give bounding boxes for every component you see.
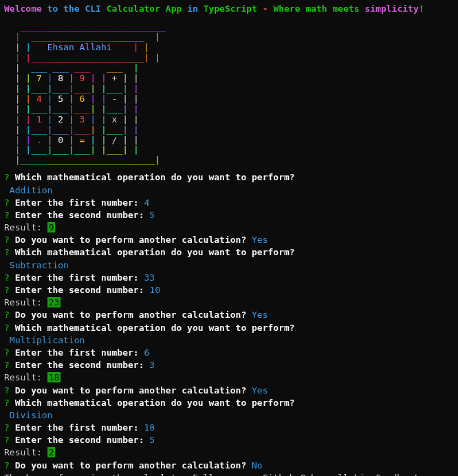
banner-word: Calculator bbox=[107, 3, 160, 14]
answer-no: No bbox=[252, 460, 263, 470]
op-plus: + bbox=[112, 73, 118, 83]
result-value: 18 bbox=[47, 372, 61, 382]
question-mark-icon: ? bbox=[4, 435, 10, 445]
input-value: 10 bbox=[149, 285, 160, 295]
result-value: 9 bbox=[47, 222, 56, 232]
prompt-line: ? Enter the first number: 4 bbox=[4, 197, 454, 209]
op-div: / bbox=[112, 135, 118, 145]
prompt-second: Enter the second number: bbox=[15, 210, 144, 220]
answer-yes: Yes bbox=[252, 385, 268, 396]
prompt-line: ? Enter the first number: 10 bbox=[4, 422, 454, 434]
answer-yes: Yes bbox=[252, 310, 268, 320]
prompt-operation: Which mathematical operation do you want… bbox=[15, 172, 295, 182]
input-value: 3 bbox=[149, 360, 155, 370]
key-3: 3 bbox=[80, 114, 85, 125]
banner-word: Welcome bbox=[4, 3, 42, 14]
question-mark-icon: ? bbox=[4, 385, 10, 396]
ascii-row: | | . | 0 | = | | / | | bbox=[4, 136, 454, 146]
banner-word: simplicity! bbox=[364, 3, 424, 14]
ascii-row: | ___ ___ ___ ___ | bbox=[4, 63, 454, 74]
question-mark-icon: ? bbox=[4, 347, 10, 358]
op-times: x bbox=[112, 114, 118, 125]
banner-word: Where bbox=[273, 3, 300, 14]
prompt-operation: Which mathematical operation do you want… bbox=[15, 323, 295, 333]
question-mark-icon: ? bbox=[4, 285, 10, 295]
key-0: 0 bbox=[58, 135, 63, 145]
input-value: 5 bbox=[149, 210, 155, 220]
prompt-second: Enter the second number: bbox=[15, 435, 144, 445]
question-mark-icon: ? bbox=[4, 422, 10, 433]
question-mark-icon: ? bbox=[4, 197, 10, 208]
result-line: Result: 2 bbox=[4, 446, 454, 459]
cli-session: ? Which mathematical operation do you wa… bbox=[4, 171, 454, 476]
goodbye-message: Thank you for using the calculator.Follo… bbox=[4, 472, 454, 476]
key-5: 5 bbox=[58, 94, 63, 104]
prompt-another: Do you want to perform another calculati… bbox=[15, 235, 247, 245]
key-6: 6 bbox=[80, 94, 85, 104]
question-mark-icon: ? bbox=[4, 360, 10, 370]
selected-operation: Subtraction bbox=[4, 259, 454, 272]
answer-yes: Yes bbox=[252, 235, 268, 245]
ascii-row: | | 1 | 2 | 3 | | x | | bbox=[4, 115, 454, 125]
input-value: 5 bbox=[149, 435, 155, 445]
prompt-line: ? Do you want to perform another calcula… bbox=[4, 234, 454, 246]
result-value: 2 bbox=[47, 447, 56, 457]
prompt-another: Do you want to perform another calculati… bbox=[15, 385, 247, 396]
prompt-line: ? Which mathematical operation do you wa… bbox=[4, 246, 454, 259]
prompt-line: ? Enter the second number: 5 bbox=[4, 209, 454, 221]
prompt-line: ? Enter the second number: 10 bbox=[4, 284, 454, 296]
banner-word: TypeScript bbox=[204, 3, 257, 14]
banner-word: meets bbox=[333, 3, 360, 14]
key-2: 2 bbox=[58, 114, 63, 125]
key-eq: = bbox=[80, 135, 85, 145]
prompt-line: ? Do you want to perform another calcula… bbox=[4, 459, 454, 472]
question-mark-icon: ? bbox=[4, 460, 10, 470]
prompt-line: ? Which mathematical operation do you wa… bbox=[4, 171, 454, 184]
key-1: 1 bbox=[36, 114, 42, 125]
ascii-row: | |___|___|___| |___| | bbox=[4, 125, 454, 136]
prompt-line: ? Which mathematical operation do you wa… bbox=[4, 397, 454, 409]
ascii-row: | | 7 | 8 | 9 | | + | | bbox=[4, 74, 454, 84]
prompt-second: Enter the second number: bbox=[15, 285, 144, 295]
banner-word: to bbox=[47, 3, 58, 14]
selected-operation: Multiplication bbox=[4, 334, 454, 347]
prompt-line: ? Enter the second number: 5 bbox=[4, 434, 454, 446]
question-mark-icon: ? bbox=[4, 323, 10, 333]
input-value: 33 bbox=[144, 272, 155, 283]
prompt-first: Enter the first number: bbox=[15, 422, 139, 433]
question-mark-icon: ? bbox=[4, 235, 10, 245]
prompt-line: ? Enter the second number: 3 bbox=[4, 359, 454, 371]
prompt-line: ? Do you want to perform another calcula… bbox=[4, 309, 454, 321]
input-value: 10 bbox=[144, 422, 155, 433]
ascii-author: Ehsan Allahi bbox=[47, 42, 112, 52]
ascii-row: | |_____________________| | bbox=[4, 53, 454, 63]
key-8: 8 bbox=[58, 73, 63, 83]
ascii-row: |_________________________| bbox=[4, 155, 454, 166]
prompt-another: Do you want to perform another calculati… bbox=[15, 460, 247, 470]
prompt-another: Do you want to perform another calculati… bbox=[15, 310, 247, 320]
input-value: 4 bbox=[144, 197, 150, 208]
input-value: 6 bbox=[144, 347, 150, 358]
key-9: 9 bbox=[80, 73, 85, 83]
selected-operation: Division bbox=[4, 409, 454, 422]
prompt-line: ? Enter the first number: 6 bbox=[4, 347, 454, 359]
banner-word: CLI bbox=[85, 3, 100, 14]
prompt-first: Enter the first number: bbox=[15, 197, 139, 208]
ascii-row: | | Ehsan Allahi | | bbox=[4, 43, 454, 53]
banner-word: - bbox=[263, 3, 268, 14]
prompt-second: Enter the second number: bbox=[15, 360, 144, 370]
question-mark-icon: ? bbox=[4, 272, 10, 283]
op-minus: - bbox=[112, 94, 118, 104]
question-mark-icon: ? bbox=[4, 172, 10, 182]
banner-word: math bbox=[305, 3, 327, 14]
prompt-operation: Which mathematical operation do you want… bbox=[15, 398, 295, 408]
result-line: Result: 23 bbox=[4, 296, 454, 309]
prompt-first: Enter the first number: bbox=[15, 272, 139, 283]
question-mark-icon: ? bbox=[4, 310, 10, 320]
question-mark-icon: ? bbox=[4, 210, 10, 220]
ascii-row: | |___|___|___| |___| | bbox=[4, 145, 454, 155]
ascii-row: | |___|___|___| |___| | bbox=[4, 84, 454, 94]
selected-operation: Addition bbox=[4, 184, 454, 197]
ascii-row: | |___|___|___| |___| | bbox=[4, 105, 454, 115]
prompt-line: ? Do you want to perform another calcula… bbox=[4, 385, 454, 397]
